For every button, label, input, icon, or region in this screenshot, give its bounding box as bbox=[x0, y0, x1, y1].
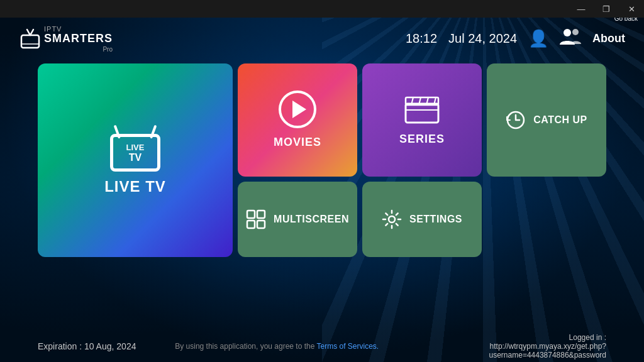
multiscreen-tile[interactable]: MULTISCREEN bbox=[238, 182, 357, 257]
series-label: SERIES bbox=[399, 133, 445, 146]
svg-rect-16 bbox=[247, 221, 255, 228]
minimize-button[interactable]: — bbox=[569, 0, 594, 18]
svg-rect-0 bbox=[21, 35, 39, 48]
svg-point-5 bbox=[572, 29, 579, 35]
settings-icon bbox=[382, 209, 402, 229]
svg-rect-17 bbox=[257, 221, 265, 228]
footer: Expiration : 10 Aug, 2024 By using this … bbox=[0, 331, 644, 362]
header: IPTV SMARTERS Pro 18:12 Jul 24, 2024 👤 A… bbox=[0, 18, 644, 60]
movies-tile[interactable]: MOVIES bbox=[238, 63, 357, 177]
maximize-button[interactable]: ❐ bbox=[594, 0, 619, 18]
about-button[interactable]: About bbox=[592, 32, 625, 45]
multiscreen-label: MULTISCREEN bbox=[274, 214, 349, 225]
svg-line-1 bbox=[27, 30, 30, 35]
header-right: 18:12 Jul 24, 2024 👤 About bbox=[406, 27, 625, 50]
main-grid: LIVE TV LIVE TV MOVIES S bbox=[0, 63, 644, 257]
settings-label: SETTINGS bbox=[409, 214, 462, 225]
svg-point-4 bbox=[564, 29, 571, 36]
live-tv-label: LIVE TV bbox=[104, 178, 166, 195]
catchup-label: CATCH UP bbox=[533, 114, 587, 126]
svg-point-18 bbox=[389, 216, 395, 222]
series-tile[interactable]: SERIES bbox=[362, 63, 482, 177]
terms-text: By using this application, you agree to … bbox=[175, 342, 379, 351]
catchup-icon bbox=[506, 110, 526, 130]
date-display: Jul 24, 2024 bbox=[448, 31, 517, 46]
app-container: ↩ Go back IPTV SMARTERS Pro 18:12 bbox=[0, 18, 644, 362]
catchup-tile[interactable]: CATCH UP bbox=[487, 63, 606, 177]
clapper-icon bbox=[404, 94, 440, 125]
logo: IPTV SMARTERS Pro bbox=[19, 25, 113, 53]
users-icon[interactable] bbox=[560, 27, 581, 50]
expiration-text: Expiration : 10 Aug, 2024 bbox=[38, 341, 136, 351]
terms-link[interactable]: Terms of Services. bbox=[317, 342, 379, 351]
svg-rect-6 bbox=[406, 104, 438, 123]
tv-logo-icon bbox=[19, 26, 42, 52]
multiscreen-icon bbox=[246, 209, 266, 229]
play-icon bbox=[279, 90, 316, 128]
svg-rect-14 bbox=[247, 211, 255, 218]
close-button[interactable]: ✕ bbox=[619, 0, 644, 18]
svg-rect-15 bbox=[257, 211, 265, 218]
live-tv-tile[interactable]: LIVE TV LIVE TV bbox=[38, 63, 233, 257]
logged-in-text: Logged in : http://wtrqypm.myaya.xyz/get… bbox=[418, 333, 606, 359]
titlebar: — ❐ ✕ bbox=[0, 0, 644, 18]
profile-icon[interactable]: 👤 bbox=[528, 29, 548, 48]
svg-line-2 bbox=[30, 30, 33, 35]
logo-text: IPTV SMARTERS Pro bbox=[44, 25, 113, 53]
live-tv-icon: LIVE TV bbox=[107, 124, 164, 172]
movies-label: MOVIES bbox=[274, 136, 321, 149]
time-display: 18:12 bbox=[406, 31, 437, 46]
settings-tile[interactable]: SETTINGS bbox=[362, 182, 482, 257]
